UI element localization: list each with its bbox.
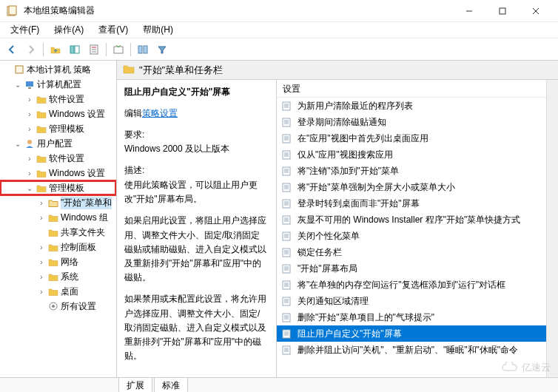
- folder-icon: [47, 256, 59, 268]
- menu-help[interactable]: 帮助(H): [135, 22, 181, 38]
- tab-standard[interactable]: 标准: [154, 377, 188, 392]
- vertical-scrollbar[interactable]: [546, 80, 558, 377]
- setting-label: 锁定任务栏: [298, 246, 342, 259]
- show-hide-tree-button[interactable]: [66, 41, 84, 58]
- tree-desktop[interactable]: › 桌面: [0, 284, 116, 299]
- folder-icon: [36, 93, 47, 105]
- tree-cc-admin[interactable]: › 管理模板: [0, 121, 116, 136]
- setting-label: 关闭通知区域清理: [298, 295, 369, 308]
- settings-list[interactable]: 为新用户清除最近的程序列表登录期间清除磁贴通知在"应用"视图中首先列出桌面应用仅…: [277, 98, 546, 377]
- tree-root[interactable]: 本地计算机 策略: [0, 62, 116, 77]
- chevron-right-icon[interactable]: ›: [37, 214, 46, 222]
- policy-item-icon: [281, 166, 293, 176]
- chevron-right-icon[interactable]: ›: [25, 125, 34, 133]
- setting-row[interactable]: 将"注销"添加到"开始"菜单: [277, 163, 546, 179]
- chevron-down-icon[interactable]: ⌄: [13, 81, 22, 89]
- chevron-right-icon[interactable]: ›: [37, 258, 46, 266]
- location-bar: "开始"菜单和任务栏: [117, 61, 558, 80]
- tree-computer-config[interactable]: ⌄ 计算机配置: [0, 77, 116, 92]
- tree-uc-windows[interactable]: › Windows 设置: [0, 166, 116, 180]
- tree-all-settings[interactable]: 所有设置: [0, 299, 116, 314]
- chevron-right-icon[interactable]: ›: [37, 243, 46, 251]
- folder-icon: [47, 271, 59, 283]
- menu-view[interactable]: 查看(V): [91, 22, 135, 38]
- chevron-right-icon[interactable]: ›: [37, 273, 46, 281]
- setting-row[interactable]: 登录时转到桌面而非"开始"屏幕: [277, 195, 546, 212]
- export-button[interactable]: [110, 41, 127, 58]
- detail-area: 阻止用户自定义"开始"屏幕 编辑策略设置 要求: Windows 2000 及以…: [117, 80, 558, 377]
- setting-row[interactable]: 将"在单独的内存空间运行"复选框添加到"运行"对话框: [277, 277, 546, 293]
- toolbar-separator: [130, 43, 131, 56]
- menu-file[interactable]: 文件(F): [3, 22, 47, 38]
- tree-label: Windows 设置: [49, 108, 105, 121]
- tree-uc-software[interactable]: › 软件设置: [0, 151, 116, 166]
- svg-point-18: [27, 140, 32, 144]
- tree-label: 共享文件夹: [61, 226, 105, 239]
- svg-rect-13: [138, 46, 142, 53]
- requirements-text: Windows 2000 及以上版本: [124, 143, 269, 155]
- tree-label: 桌面: [61, 285, 78, 298]
- tree-label: "开始"菜单和: [61, 197, 112, 209]
- tree-label: 系统: [61, 271, 78, 283]
- minimize-button[interactable]: [452, 0, 485, 22]
- toolbar: [0, 38, 558, 61]
- setting-row[interactable]: 为新用户清除最近的程序列表: [277, 98, 546, 114]
- cloud-icon: [501, 362, 519, 374]
- tree-windows-components[interactable]: › Windows 组: [0, 210, 116, 225]
- menu-action[interactable]: 操作(A): [47, 22, 91, 38]
- properties-button[interactable]: [85, 41, 103, 58]
- chevron-right-icon[interactable]: ›: [37, 288, 46, 296]
- settings-column-header[interactable]: 设置: [277, 80, 546, 98]
- setting-row[interactable]: 灰显不可用的 Windows Installer 程序"开始"菜单快捷方式: [277, 212, 546, 228]
- navigation-tree[interactable]: 本地计算机 策略 ⌄ 计算机配置 › 软件设置 › Windows 设置 › 管…: [0, 61, 117, 377]
- tree-network[interactable]: › 网络: [0, 254, 116, 269]
- tree-shared-folders[interactable]: 共享文件夹: [0, 225, 116, 240]
- tree-system[interactable]: › 系统: [0, 269, 116, 284]
- tree-cc-windows[interactable]: › Windows 设置: [0, 107, 116, 121]
- toolbar-separator: [43, 43, 44, 56]
- svg-rect-15: [16, 66, 23, 73]
- chevron-right-icon[interactable]: ›: [25, 95, 34, 104]
- policy-item-icon: [281, 263, 293, 274]
- setting-row[interactable]: 关闭通知区域清理: [277, 293, 546, 309]
- svg-rect-16: [26, 81, 33, 87]
- setting-label: 删除"开始"菜单项目上的"气球提示": [298, 311, 434, 324]
- tab-extended[interactable]: 扩展: [118, 377, 152, 392]
- svg-rect-17: [28, 87, 31, 89]
- setting-label: 仅从"应用"视图搜索应用: [298, 149, 393, 161]
- setting-row[interactable]: 阻止用户自定义"开始"屏幕: [277, 325, 546, 342]
- chevron-right-icon[interactable]: ›: [25, 169, 34, 178]
- chevron-down-icon[interactable]: ⌄: [25, 184, 34, 192]
- setting-row[interactable]: "开始"屏幕布局: [277, 260, 546, 277]
- chevron-down-icon[interactable]: ⌄: [13, 140, 22, 148]
- chevron-right-icon[interactable]: ›: [37, 199, 46, 207]
- folder-icon: [123, 63, 135, 77]
- chevron-right-icon[interactable]: ›: [25, 110, 34, 118]
- tree-control-panel[interactable]: › 控制面板: [0, 240, 116, 254]
- maximize-button[interactable]: [485, 0, 519, 22]
- setting-row[interactable]: 删除并阻止访问"关机"、"重新启动"、"睡眠"和"休眠"命令: [277, 342, 546, 358]
- tree-cc-software[interactable]: › 软件设置: [0, 92, 116, 107]
- back-button[interactable]: [3, 41, 21, 58]
- chevron-right-icon[interactable]: ›: [25, 155, 34, 163]
- setting-row[interactable]: 锁定任务栏: [277, 244, 546, 260]
- svg-rect-3: [500, 8, 505, 14]
- tree-user-config[interactable]: ⌄ 用户配置: [0, 136, 116, 151]
- setting-row[interactable]: 删除"开始"菜单项目上的"气球提示": [277, 309, 546, 325]
- policy-item-icon: [281, 133, 293, 143]
- tree-uc-admin[interactable]: ⌄ 管理模板: [0, 180, 116, 195]
- filter-button[interactable]: [153, 41, 171, 58]
- extended-view-button[interactable]: [134, 41, 152, 58]
- tree-label: 软件设置: [49, 152, 84, 165]
- forward-button[interactable]: [22, 41, 40, 58]
- setting-row[interactable]: 登录期间清除磁贴通知: [277, 114, 546, 130]
- tree-start-taskbar[interactable]: › "开始"菜单和: [0, 195, 116, 210]
- setting-row[interactable]: 在"应用"视图中首先列出桌面应用: [277, 130, 546, 146]
- policy-settings-link[interactable]: 策略设置: [142, 108, 178, 118]
- setting-row[interactable]: 将"开始"菜单强制为全屏大小或菜单大小: [277, 179, 546, 195]
- setting-row[interactable]: 关闭个性化菜单: [277, 228, 546, 244]
- setting-row[interactable]: 仅从"应用"视图搜索应用: [277, 146, 546, 163]
- up-button[interactable]: [47, 41, 64, 58]
- close-button[interactable]: [519, 0, 552, 22]
- location-text: "开始"菜单和任务栏: [139, 64, 223, 77]
